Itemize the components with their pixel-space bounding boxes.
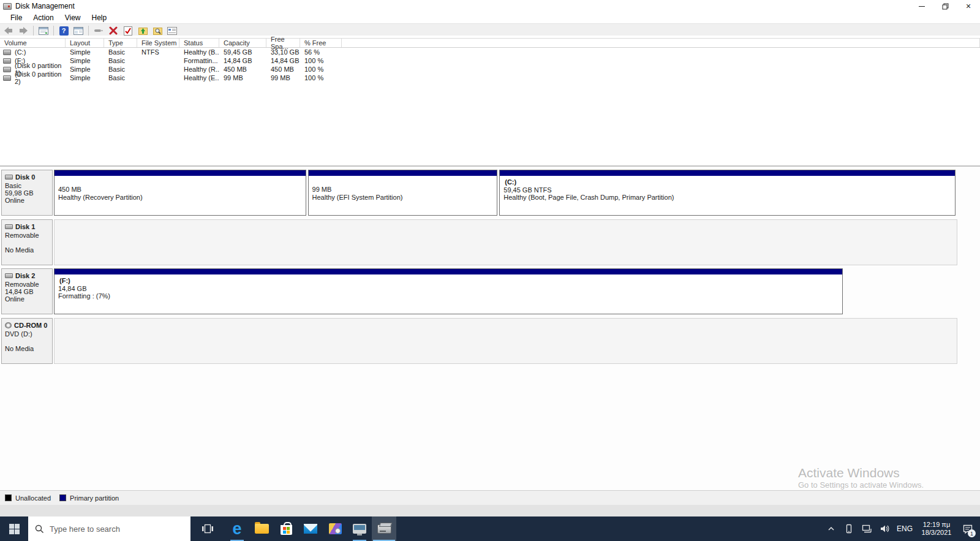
volume-status: Healthy (B... — [179, 48, 219, 56]
hidden-icons-button[interactable] — [824, 516, 838, 541]
console-window-button[interactable] — [37, 25, 50, 37]
taskbar-app-edge[interactable]: e — [225, 516, 249, 541]
your-phone-button[interactable] — [842, 516, 856, 541]
notification-center-button[interactable]: 1 — [959, 516, 976, 541]
taskbar-app-file-explorer[interactable] — [249, 516, 274, 541]
header-free-space[interactable]: Free Spa... — [266, 39, 300, 47]
partition-efi[interactable]: 99 MB Healthy (EFI System Partition) — [308, 170, 498, 216]
graphical-view-pane: Disk 0 Basic 59,98 GB Online 450 MB Heal… — [0, 167, 980, 490]
legend-unallocated: Unallocated — [5, 494, 51, 502]
pointer-icon — [94, 27, 104, 34]
toolbar-separator — [33, 26, 34, 36]
delete-button[interactable] — [107, 25, 119, 37]
toolbar-separator — [53, 26, 54, 36]
volume-pct-free: 100 % — [300, 74, 342, 81]
partition-size: 14,84 GB — [58, 285, 842, 293]
disk-management-icon — [377, 524, 391, 534]
disk-2-label[interactable]: Disk 2 Removable 14,84 GB Online — [1, 268, 53, 314]
primary-partition-swatch — [59, 494, 66, 501]
disk-status: Online — [5, 197, 50, 204]
console-tree-button[interactable] — [72, 25, 85, 37]
clock[interactable]: 12:19 πμ 18/3/2021 — [918, 521, 955, 537]
checklist-button[interactable] — [122, 25, 134, 37]
volume-button[interactable] — [878, 516, 891, 541]
search-icon — [35, 524, 44, 534]
volume-capacity: 99 MB — [219, 74, 266, 81]
cdrom-0-label[interactable]: CD-ROM 0 DVD (D:) No Media — [1, 318, 53, 364]
tray-date: 18/3/2021 — [918, 529, 955, 537]
partition-f[interactable]: (F:) 14,84 GB Formatting : (7%) — [54, 268, 843, 314]
volume-pct-free: 100 % — [300, 66, 342, 73]
minimize-button[interactable] — [910, 0, 933, 12]
volume-layout: Simple — [66, 74, 104, 81]
tray-time: 12:19 πμ — [918, 521, 955, 529]
partition-recovery[interactable]: 450 MB Healthy (Recovery Partition) — [54, 170, 306, 216]
properties-button[interactable] — [166, 25, 178, 37]
menu-view[interactable]: View — [59, 13, 86, 22]
header-volume[interactable]: Volume — [0, 39, 66, 47]
start-button[interactable] — [0, 516, 28, 541]
taskbar-app-computer-management[interactable] — [347, 516, 372, 541]
restore-button[interactable] — [933, 0, 957, 12]
search-input[interactable] — [50, 524, 172, 534]
taskbar-app-mail[interactable] — [298, 516, 323, 541]
taskbar-search[interactable] — [28, 516, 190, 541]
file-explorer-icon — [255, 524, 269, 534]
header-pct-free[interactable]: % Free — [300, 39, 342, 47]
header-status[interactable]: Status — [179, 39, 219, 47]
volume-layout: Simple — [66, 48, 104, 56]
taskbar-app-store[interactable] — [274, 516, 298, 541]
volume-icon — [3, 50, 11, 55]
unallocated-swatch — [5, 494, 12, 501]
disk-name: Disk 2 — [15, 272, 35, 279]
taskbar-app-paint-3d[interactable] — [323, 516, 347, 541]
task-view-button[interactable] — [195, 516, 220, 541]
volume-free: 14,84 GB — [266, 57, 300, 64]
task-view-icon — [202, 523, 214, 535]
menu-action[interactable]: Action — [28, 13, 59, 22]
network-button[interactable] — [860, 516, 873, 541]
partition-c[interactable]: (C:) 59,45 GB NTFS Healthy (Boot, Page F… — [499, 170, 956, 216]
disk-management-window: Disk Management × File Action View Help — [0, 0, 980, 516]
toolbar-separator — [88, 26, 89, 36]
console-window-icon — [39, 27, 48, 35]
folder-up-button[interactable] — [137, 25, 149, 37]
forward-button[interactable] — [17, 25, 29, 37]
disk-1-label[interactable]: Disk 1 Removable No Media — [1, 219, 53, 265]
disk-0-label[interactable]: Disk 0 Basic 59,98 GB Online — [1, 170, 53, 216]
back-button[interactable] — [2, 25, 15, 37]
volume-row-c[interactable]: (C:) Simple Basic NTFS Healthy (B... 59,… — [0, 48, 980, 56]
volume-list-pane: Volume Layout Type File System Status Ca… — [0, 36, 980, 165]
volume-row-partition-1[interactable]: (Disk 0 partition 1) Simple Basic Health… — [0, 65, 980, 74]
taskbar-app-disk-management[interactable] — [372, 516, 396, 541]
volume-row-f[interactable]: (F:) Simple Basic Formattin... 14,84 GB … — [0, 56, 980, 65]
header-type[interactable]: Type — [104, 39, 137, 47]
volume-type: Basic — [104, 74, 137, 81]
disk-name: CD-ROM 0 — [14, 322, 47, 329]
header-layout[interactable]: Layout — [66, 39, 104, 47]
disk-type: Removable — [5, 281, 50, 288]
header-capacity[interactable]: Capacity — [219, 39, 266, 47]
partition-status: Formatting : (7%) — [58, 292, 842, 300]
folder-find-button[interactable] — [151, 25, 164, 37]
menu-help[interactable]: Help — [86, 13, 113, 22]
properties-icon — [167, 27, 177, 35]
menu-file[interactable]: File — [5, 13, 28, 22]
menu-bar: File Action View Help — [0, 12, 980, 23]
help-button[interactable]: ? — [58, 25, 70, 37]
language-indicator[interactable]: ENG — [895, 524, 914, 533]
primary-partition-band — [500, 170, 955, 176]
folder-find-icon — [153, 26, 162, 35]
legend-label: Primary partition — [70, 494, 119, 502]
volume-row-partition-2[interactable]: (Disk 0 partition 2) Simple Basic Health… — [0, 74, 980, 82]
pointer-tool-button[interactable] — [92, 25, 105, 37]
window-controls: × — [910, 0, 980, 12]
disk-name: Disk 1 — [15, 223, 35, 230]
close-button[interactable]: × — [957, 0, 980, 12]
legend-label: Unallocated — [15, 494, 51, 502]
partition-size: 59,45 GB NTFS — [503, 186, 955, 194]
header-file-system[interactable]: File System — [137, 39, 179, 47]
volume-free: 33,10 GB — [266, 48, 300, 56]
volume-status: Healthy (E... — [179, 74, 219, 81]
primary-partition-band — [55, 170, 306, 176]
